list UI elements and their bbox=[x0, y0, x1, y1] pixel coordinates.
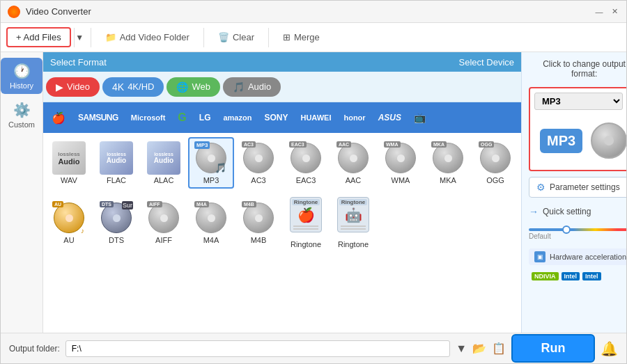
close-button[interactable]: ✕ bbox=[610, 7, 619, 17]
format-device-tabs: Select Format Select Device bbox=[43, 52, 521, 72]
merge-icon: ⊞ bbox=[283, 32, 291, 42]
format-m4b[interactable]: M4B M4B bbox=[235, 193, 281, 253]
add-files-dropdown[interactable]: ▼ bbox=[74, 28, 85, 47]
output-folder-label: Output folder: bbox=[9, 344, 60, 354]
web-icon: 🌐 bbox=[176, 81, 188, 93]
brand-microsoft[interactable]: Microsoft bbox=[127, 111, 170, 125]
mp3-badge: MP3 bbox=[540, 129, 582, 153]
format-eac3[interactable]: EAC3 EAC3 bbox=[283, 137, 329, 189]
quality-slider-track[interactable] bbox=[529, 228, 626, 231]
format-row-1: lossless Audio WAV lossless Audio FLAC bbox=[43, 133, 521, 190]
format-select-row: MP3 ▼ bbox=[534, 93, 626, 110]
output-format-box: MP3 ▼ MP3 bbox=[529, 87, 626, 171]
dropdown-arrow-icon: ▼ bbox=[626, 97, 626, 106]
quality-slider-thumb[interactable] bbox=[562, 225, 571, 234]
category-video[interactable]: ▶ Video bbox=[46, 77, 100, 97]
brand-tv[interactable]: 📺 bbox=[410, 109, 430, 126]
custom-icon: ⚙️ bbox=[13, 102, 31, 118]
quick-setting-label: → Quick setting bbox=[529, 203, 626, 220]
brand-honor[interactable]: honor bbox=[339, 111, 369, 125]
format-aiff[interactable]: AIFF AIFF bbox=[141, 193, 187, 253]
format-dts[interactable]: DTS Sur DTS bbox=[93, 193, 139, 253]
toolbar-separator-1 bbox=[91, 28, 91, 47]
brand-huawei[interactable]: HUAWEI bbox=[296, 111, 335, 125]
format-mp3[interactable]: MP3 🎵 MP3 bbox=[188, 137, 234, 189]
intel-badge-2[interactable]: Intel bbox=[582, 272, 601, 280]
copy-icon[interactable]: 📋 bbox=[492, 342, 506, 355]
brand-amazon[interactable]: amazon bbox=[219, 111, 256, 125]
brand-google[interactable]: G bbox=[173, 109, 190, 127]
category-web[interactable]: 🌐 Web bbox=[167, 77, 220, 97]
4k-icon: 4K bbox=[112, 81, 124, 93]
param-icon: ⚙ bbox=[536, 182, 545, 193]
trash-icon: 🗑️ bbox=[218, 32, 229, 42]
category-4khd[interactable]: 4K 4K/HD bbox=[102, 77, 164, 97]
sidebar: 🕐 History ⚙️ Custom bbox=[1, 52, 43, 333]
tab-select-device[interactable]: Select Device bbox=[459, 57, 514, 68]
brand-apple[interactable]: 🍎 bbox=[47, 109, 70, 127]
slider-default-label: Default bbox=[529, 232, 626, 240]
merge-button[interactable]: ⊞ Merge bbox=[274, 29, 328, 46]
minimize-button[interactable]: — bbox=[594, 7, 604, 17]
format-ringtone-android[interactable]: Ringtone 🤖 Ringtone bbox=[330, 193, 376, 253]
format-wav[interactable]: lossless Audio WAV bbox=[46, 137, 92, 189]
category-audio[interactable]: 🎵 Audio bbox=[223, 77, 281, 97]
hw-icon: ▣ bbox=[534, 251, 545, 262]
sidebar-item-history[interactable]: 🕐 History bbox=[1, 58, 42, 94]
window-controls: — ✕ bbox=[594, 7, 619, 17]
right-panel: Click to change output format: MP3 ▼ MP3 bbox=[521, 52, 626, 333]
main-content: 🕐 History ⚙️ Custom Select Format Select… bbox=[1, 52, 626, 333]
quick-icon: → bbox=[529, 206, 539, 217]
toolbar: + Add Files ▼ 📁 Add Video Folder 🗑️ Clea… bbox=[1, 23, 626, 52]
format-select-dropdown[interactable]: MP3 bbox=[534, 93, 623, 110]
toolbar-separator-2 bbox=[203, 28, 204, 47]
toolbar-separator-3 bbox=[268, 28, 269, 47]
brand-asus[interactable]: ASUS bbox=[374, 110, 405, 125]
run-button[interactable]: Run bbox=[511, 334, 595, 363]
format-mka[interactable]: MKA MKA bbox=[425, 137, 471, 189]
app-icon bbox=[8, 6, 20, 18]
format-ac3[interactable]: AC3 AC3 bbox=[235, 137, 281, 189]
quality-slider-row: Default bbox=[529, 225, 626, 243]
category-row: ▶ Video 4K 4K/HD 🌐 Web 🎵 Audio bbox=[43, 72, 521, 102]
format-ogg[interactable]: OGG OGG bbox=[472, 137, 518, 189]
format-wma[interactable]: WMA WMA bbox=[378, 137, 424, 189]
brand-lg[interactable]: LG bbox=[195, 110, 215, 125]
format-preview: MP3 bbox=[534, 116, 626, 166]
format-flac[interactable]: lossless Audio FLAC bbox=[93, 137, 139, 189]
main-window: Video Converter — ✕ + Add Files ▼ 📁 Add … bbox=[0, 0, 627, 364]
video-icon: ▶ bbox=[56, 81, 63, 93]
format-row-2: AU ♪ AU DTS Sur DTS bbox=[43, 190, 521, 254]
history-icon: 🕐 bbox=[13, 63, 31, 79]
nvidia-badge[interactable]: NDIVIA bbox=[532, 272, 559, 280]
format-ringtone-apple[interactable]: Ringtone 🍎 Ringtone bbox=[283, 193, 329, 253]
format-aac[interactable]: AAC AAC bbox=[330, 137, 376, 189]
sidebar-item-custom[interactable]: ⚙️ Custom bbox=[1, 97, 42, 133]
brand-sony[interactable]: SONY bbox=[260, 110, 292, 125]
hardware-acceleration-button[interactable]: ▣ Hardware acceleration bbox=[529, 248, 626, 265]
bottom-bar: Output folder: ▼ 📂 📋 Run 🔔 bbox=[1, 333, 626, 363]
format-au[interactable]: AU ♪ AU bbox=[46, 193, 92, 253]
window-title: Video Converter bbox=[26, 6, 594, 17]
gpu-options-row: NDIVIA Intel Intel bbox=[529, 271, 626, 282]
output-path-input[interactable] bbox=[65, 340, 450, 357]
dropdown-arrow-icon[interactable]: ▼ bbox=[456, 342, 467, 355]
title-bar: Video Converter — ✕ bbox=[1, 1, 626, 23]
brand-samsung[interactable]: SAMSUNG bbox=[74, 110, 123, 125]
add-video-folder-button[interactable]: 📁 Add Video Folder bbox=[97, 29, 198, 46]
folder-icon: 📁 bbox=[105, 32, 116, 42]
parameter-settings-button[interactable]: ⚙ Parameter settings bbox=[529, 177, 626, 198]
bottom-icons: ▼ 📂 📋 bbox=[456, 342, 506, 355]
tab-select-format[interactable]: Select Format bbox=[50, 57, 107, 68]
format-area: Select Format Select Device ▶ Video 4K 4… bbox=[43, 52, 521, 333]
open-folder-icon[interactable]: 📂 bbox=[472, 342, 486, 355]
clear-button[interactable]: 🗑️ Clear bbox=[210, 29, 263, 46]
alarm-icon[interactable]: 🔔 bbox=[601, 340, 618, 357]
audio-icon: 🎵 bbox=[233, 81, 245, 93]
format-alac[interactable]: lossless Audio ALAC bbox=[141, 137, 187, 189]
intel-badge-1[interactable]: Intel bbox=[562, 272, 580, 280]
panel-title: Click to change output format: bbox=[529, 59, 626, 79]
format-m4a[interactable]: M4A M4A bbox=[188, 193, 234, 253]
add-files-button[interactable]: + Add Files bbox=[6, 27, 71, 47]
brand-row: 🍎 SAMSUNG Microsoft G LG amazon SONY HUA… bbox=[43, 102, 521, 133]
